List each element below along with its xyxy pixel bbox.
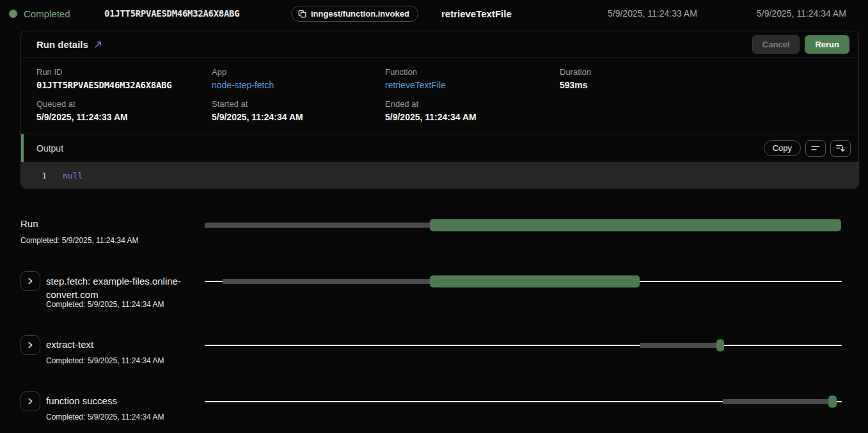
extract-text-completed: Completed: 5/9/2025, 11:24:34 AM — [46, 356, 164, 365]
run-status: Completed — [9, 0, 70, 27]
field-label: Run ID — [36, 67, 212, 77]
top-bar: Completed 01JTT5RPVAESDM46M32A6X8ABG inn… — [0, 0, 868, 27]
step-fetch-expand-button[interactable] — [20, 271, 40, 291]
run-details-page: Completed 01JTT5RPVAESDM46M32A6X8ABG inn… — [0, 0, 868, 433]
timeline-segment-active — [828, 396, 837, 408]
step-fetch-label: step.fetch: example-files.online-convert… — [46, 274, 182, 301]
top-started-timestamp: 5/9/2025, 11:24:34 AM — [757, 0, 846, 27]
field-label: Ended at — [385, 99, 560, 109]
field-label: Started at — [212, 99, 385, 109]
field-label: Queued at — [36, 99, 212, 109]
field-queued-at: Queued at 5/9/2025, 11:24:33 AM — [36, 99, 212, 122]
timeline-segment-line — [205, 281, 223, 282]
timeline-segment-queue — [723, 399, 828, 404]
copy-icon — [298, 10, 306, 18]
output-title: Output — [36, 143, 63, 154]
field-ended-at: Ended at 5/9/2025, 11:24:34 AM — [385, 99, 560, 122]
run-metadata: Run ID 01JTT5RPVAESDM46M32A6X8ABG App no… — [21, 58, 858, 134]
field-label: Duration — [560, 67, 843, 77]
field-duration: Duration 593ms — [560, 67, 843, 90]
output-code-value: null — [63, 171, 83, 180]
chevron-right-icon — [27, 342, 34, 349]
function-success-track[interactable] — [205, 395, 842, 408]
field-started-at: Started at 5/9/2025, 11:24:34 AM — [212, 99, 385, 122]
field-value: 5/9/2025, 11:24:33 AM — [36, 112, 212, 122]
copy-button[interactable]: Copy — [764, 140, 801, 156]
cancel-button[interactable]: Cancel — [752, 35, 800, 54]
field-run-id: Run ID 01JTT5RPVAESDM46M32A6X8ABG — [36, 67, 212, 90]
app-link[interactable]: node-step-fetch — [212, 80, 385, 90]
extract-text-expand-button[interactable] — [20, 335, 40, 355]
top-queued-timestamp: 5/9/2025, 11:24:33 AM — [608, 0, 697, 27]
page-title: Run details — [36, 39, 88, 50]
output-code-block[interactable]: 1 null — [21, 162, 858, 189]
line-number: 1 — [21, 171, 47, 180]
scroll-to-bottom-icon — [836, 144, 845, 152]
timeline-segment-line — [837, 401, 842, 402]
word-wrap-button[interactable] — [805, 140, 826, 157]
timeline-run-track[interactable] — [205, 219, 842, 232]
function-success-label: function success — [46, 395, 117, 406]
timeline-segment-active — [716, 340, 724, 352]
output-accent-bar — [21, 134, 24, 162]
timeline-segment-queue — [223, 279, 430, 284]
field-value: 5/9/2025, 11:24:34 AM — [212, 112, 385, 122]
panel-header: Run details Cancel Rerun — [21, 31, 858, 58]
function-success-expand-button[interactable] — [20, 391, 40, 411]
field-app: App node-step-fetch — [212, 67, 385, 90]
step-fetch-completed: Completed: 5/9/2025, 11:24:34 AM — [46, 300, 164, 309]
extract-text-track[interactable] — [205, 339, 842, 352]
event-trigger-badge[interactable]: inngest/function.invoked — [291, 6, 418, 22]
word-wrap-icon — [811, 145, 820, 152]
function-success-completed: Completed: 5/9/2025, 11:24:34 AM — [46, 413, 164, 421]
chevron-right-icon — [27, 398, 34, 405]
scroll-to-bottom-button[interactable] — [830, 140, 851, 157]
timeline-segment-active — [430, 276, 640, 288]
timeline-run-label: Run — [20, 218, 38, 229]
external-link-icon[interactable] — [94, 40, 102, 49]
status-label: Completed — [24, 8, 70, 19]
field-value: 01JTT5RPVAESDM46M32A6X8ABG — [36, 80, 212, 90]
output-section-header: Output Copy — [21, 134, 858, 162]
event-badge-label: inngest/function.invoked — [311, 9, 409, 19]
extract-text-label: extract-text — [46, 339, 93, 350]
chevron-right-icon — [27, 278, 34, 285]
timeline-segment-queue — [640, 343, 716, 348]
timeline-segment-line — [205, 345, 640, 346]
timeline-segment-queue — [205, 223, 430, 228]
timeline-segment-line — [724, 345, 842, 346]
function-link[interactable]: retrieveTextFile — [385, 80, 560, 90]
field-label: Function — [385, 67, 560, 77]
field-function: Function retrieveTextFile — [385, 67, 560, 90]
status-dot-icon — [9, 10, 17, 18]
timeline-run-completed: Completed: 5/9/2025, 11:24:34 AM — [20, 236, 139, 245]
top-run-id: 01JTT5RPVAESDM46M32A6X8ABG — [104, 0, 239, 27]
step-fetch-track[interactable] — [205, 275, 842, 288]
rerun-button[interactable]: Rerun — [805, 35, 849, 54]
field-value: 5/9/2025, 11:24:34 AM — [385, 112, 560, 122]
field-label: App — [212, 67, 385, 77]
top-function-name: retrieveTextFile — [441, 0, 512, 27]
timeline-segment-line — [205, 401, 723, 402]
timeline-segment-line — [640, 281, 842, 282]
field-value: 593ms — [560, 80, 843, 90]
run-details-panel: Run details Cancel Rerun Run ID 01JTT5RP… — [20, 31, 859, 189]
timeline-segment-active — [430, 219, 841, 232]
